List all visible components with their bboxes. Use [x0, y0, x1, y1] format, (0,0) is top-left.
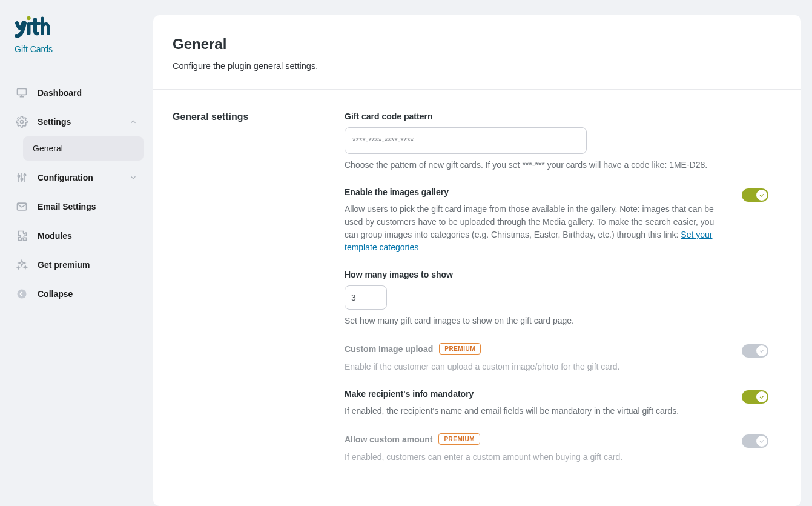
toggle-knob — [756, 345, 767, 356]
svg-point-6 — [21, 178, 22, 180]
field-mandatory: Make recipient's info mandatory If enabl… — [345, 389, 768, 418]
content: General settings Gift card code pattern … — [153, 90, 801, 504]
nav-label: Settings — [38, 117, 71, 127]
field-count-help: Set how many gift card images to show on… — [345, 315, 768, 327]
pattern-input[interactable] — [345, 127, 587, 154]
nav-email[interactable]: Email Settings — [10, 195, 144, 219]
field-custom-image-help: Enable if the customer can upload a cust… — [345, 361, 727, 373]
mail-icon — [16, 201, 28, 213]
field-pattern-help: Choose the pattern of new gift cards. If… — [345, 159, 768, 171]
nav-modules[interactable]: Modules — [10, 224, 144, 248]
nav-label: Get premium — [38, 260, 90, 270]
brand-subtitle: Gift Cards — [15, 44, 139, 54]
svg-point-2 — [21, 121, 24, 124]
card-header: General Configure the plugin general set… — [153, 15, 801, 90]
field-gallery: Enable the images gallery Allow users to… — [345, 187, 768, 254]
field-count: How many images to show Set how many gif… — [345, 270, 768, 327]
field-mandatory-label: Make recipient's info mandatory — [345, 389, 474, 399]
sliders-icon — [16, 171, 28, 184]
field-mandatory-help: If enabled, the recipient's name and ema… — [345, 405, 727, 418]
field-gallery-label: Enable the images gallery — [345, 187, 449, 197]
svg-point-8 — [24, 174, 25, 176]
premium-badge: PREMIUM — [438, 433, 480, 445]
svg-point-0 — [27, 16, 30, 20]
field-gallery-help-text: Allow users to pick the gift card image … — [345, 204, 714, 239]
main: General Configure the plugin general set… — [153, 0, 812, 506]
nav-label: Modules — [38, 231, 72, 241]
field-gallery-help: Allow users to pick the gift card image … — [345, 203, 727, 254]
arrow-left-circle-icon — [16, 288, 28, 300]
toggle-knob — [756, 436, 767, 447]
nav-configuration[interactable]: Configuration — [10, 165, 144, 190]
chevron-up-icon — [129, 118, 137, 126]
nav: Dashboard Settings General Configuration — [10, 81, 144, 306]
field-custom-image-label: Custom Image upload — [345, 344, 433, 354]
svg-rect-1 — [18, 88, 27, 95]
nav-premium[interactable]: Get premium — [10, 253, 144, 277]
field-count-label: How many images to show — [345, 270, 453, 279]
field-pattern: Gift card code pattern Choose the patter… — [345, 112, 768, 171]
custom-amount-toggle — [742, 434, 768, 448]
page-title: General — [173, 36, 782, 53]
page-subtitle: Configure the plugin general settings. — [173, 61, 782, 71]
nav-label: Dashboard — [38, 88, 82, 98]
gallery-toggle[interactable] — [742, 188, 768, 202]
gear-icon — [16, 116, 28, 128]
svg-point-4 — [18, 175, 19, 177]
chevron-down-icon — [129, 173, 137, 182]
nav-label: Collapse — [38, 289, 73, 299]
nav-collapse[interactable]: Collapse — [10, 282, 144, 306]
nav-label: Email Settings — [38, 202, 96, 211]
premium-badge: PREMIUM — [439, 343, 481, 355]
brand-logo — [15, 15, 139, 39]
nav-dashboard[interactable]: Dashboard — [10, 81, 144, 105]
brand-block: Gift Cards — [10, 15, 144, 65]
custom-image-toggle — [742, 344, 768, 358]
fields: Gift card code pattern Choose the patter… — [345, 112, 768, 479]
sparkle-icon — [16, 259, 28, 271]
monitor-icon — [16, 87, 28, 99]
toggle-knob — [756, 391, 767, 402]
field-custom-amount: Allow custom amount PREMIUM If enabled, … — [345, 433, 768, 464]
toggle-knob — [756, 190, 767, 201]
field-custom-amount-help: If enabled, customers can enter a custom… — [345, 451, 727, 464]
nav-label: Configuration — [38, 173, 93, 182]
svg-point-10 — [18, 290, 27, 299]
field-custom-amount-label: Allow custom amount — [345, 434, 432, 444]
card: General Configure the plugin general set… — [153, 15, 801, 506]
field-custom-image: Custom Image upload PREMIUM Enable if th… — [345, 343, 768, 373]
puzzle-icon — [16, 230, 28, 242]
mandatory-toggle[interactable] — [742, 390, 768, 404]
nav-settings[interactable]: Settings — [10, 110, 144, 134]
nav-settings-general[interactable]: General — [23, 136, 144, 161]
field-pattern-label: Gift card code pattern — [345, 112, 432, 121]
sidebar: Gift Cards Dashboard Settings General Co — [0, 0, 153, 506]
count-input[interactable] — [345, 285, 387, 310]
nav-settings-sub: General — [23, 136, 144, 161]
section-title: General settings — [173, 112, 315, 479]
